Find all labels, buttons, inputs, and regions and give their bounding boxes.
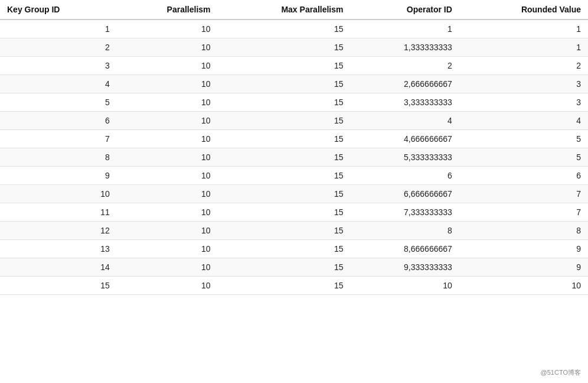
cell-operator_id: 8,666666667 xyxy=(350,240,459,258)
cell-rounded_value: 8 xyxy=(459,222,588,240)
table-row: 6101544 xyxy=(0,112,588,130)
cell-operator_id: 1,333333333 xyxy=(350,38,459,57)
col-header-operator-id: Operator ID xyxy=(350,0,459,20)
cell-rounded_value: 6 xyxy=(459,167,588,185)
table-row: 210151,3333333331 xyxy=(0,38,588,57)
cell-parallelism: 10 xyxy=(117,112,218,130)
cell-operator_id: 10 xyxy=(350,277,459,295)
cell-parallelism: 10 xyxy=(117,277,218,295)
cell-rounded_value: 4 xyxy=(459,112,588,130)
cell-key_group_id: 14 xyxy=(0,258,117,277)
cell-rounded_value: 5 xyxy=(459,130,588,148)
cell-rounded_value: 2 xyxy=(459,57,588,75)
cell-key_group_id: 2 xyxy=(0,38,117,57)
cell-operator_id: 7,333333333 xyxy=(350,203,459,222)
table-body: 1101511210151,33333333313101522410152,66… xyxy=(0,20,588,295)
cell-operator_id: 6,666666667 xyxy=(350,185,459,203)
cell-operator_id: 4,666666667 xyxy=(350,130,459,148)
cell-key_group_id: 11 xyxy=(0,203,117,222)
cell-parallelism: 10 xyxy=(117,130,218,148)
cell-key_group_id: 3 xyxy=(0,57,117,75)
cell-rounded_value: 1 xyxy=(459,20,588,38)
data-table: Key Group ID Parallelism Max Parallelism… xyxy=(0,0,588,295)
table-header-row: Key Group ID Parallelism Max Parallelism… xyxy=(0,0,588,20)
col-header-parallelism: Parallelism xyxy=(117,0,218,20)
cell-max_parallelism: 15 xyxy=(218,112,351,130)
cell-operator_id: 9,333333333 xyxy=(350,258,459,277)
cell-parallelism: 10 xyxy=(117,93,218,112)
cell-parallelism: 10 xyxy=(117,203,218,222)
cell-parallelism: 10 xyxy=(117,240,218,258)
cell-parallelism: 10 xyxy=(117,167,218,185)
cell-rounded_value: 1 xyxy=(459,38,588,57)
cell-parallelism: 10 xyxy=(117,38,218,57)
cell-key_group_id: 12 xyxy=(0,222,117,240)
cell-max_parallelism: 15 xyxy=(218,258,351,277)
table-row: 810155,3333333335 xyxy=(0,148,588,167)
cell-max_parallelism: 15 xyxy=(218,20,351,38)
cell-rounded_value: 5 xyxy=(459,148,588,167)
cell-key_group_id: 9 xyxy=(0,167,117,185)
cell-max_parallelism: 15 xyxy=(218,222,351,240)
cell-key_group_id: 15 xyxy=(0,277,117,295)
cell-key_group_id: 1 xyxy=(0,20,117,38)
cell-parallelism: 10 xyxy=(117,20,218,38)
cell-rounded_value: 9 xyxy=(459,258,588,277)
cell-max_parallelism: 15 xyxy=(218,148,351,167)
cell-rounded_value: 9 xyxy=(459,240,588,258)
cell-operator_id: 4 xyxy=(350,112,459,130)
cell-key_group_id: 5 xyxy=(0,93,117,112)
table-row: 12101588 xyxy=(0,222,588,240)
table-row: 1310158,6666666679 xyxy=(0,240,588,258)
cell-max_parallelism: 15 xyxy=(218,167,351,185)
cell-max_parallelism: 15 xyxy=(218,75,351,93)
table-row: 3101522 xyxy=(0,57,588,75)
cell-key_group_id: 7 xyxy=(0,130,117,148)
cell-max_parallelism: 15 xyxy=(218,57,351,75)
table-row: 1010156,6666666677 xyxy=(0,185,588,203)
cell-max_parallelism: 15 xyxy=(218,277,351,295)
cell-parallelism: 10 xyxy=(117,148,218,167)
cell-operator_id: 2 xyxy=(350,57,459,75)
table-row: 1101511 xyxy=(0,20,588,38)
cell-max_parallelism: 15 xyxy=(218,185,351,203)
cell-max_parallelism: 15 xyxy=(218,240,351,258)
cell-rounded_value: 7 xyxy=(459,203,588,222)
cell-key_group_id: 8 xyxy=(0,148,117,167)
cell-max_parallelism: 15 xyxy=(218,203,351,222)
cell-rounded_value: 3 xyxy=(459,93,588,112)
col-header-key-group-id: Key Group ID xyxy=(0,0,117,20)
cell-operator_id: 2,666666667 xyxy=(350,75,459,93)
cell-max_parallelism: 15 xyxy=(218,93,351,112)
cell-operator_id: 5,333333333 xyxy=(350,148,459,167)
table-row: 1410159,3333333339 xyxy=(0,258,588,277)
cell-key_group_id: 13 xyxy=(0,240,117,258)
cell-rounded_value: 3 xyxy=(459,75,588,93)
cell-key_group_id: 6 xyxy=(0,112,117,130)
cell-key_group_id: 4 xyxy=(0,75,117,93)
cell-parallelism: 10 xyxy=(117,185,218,203)
watermark: @51CTO博客 xyxy=(538,367,583,378)
cell-parallelism: 10 xyxy=(117,75,218,93)
cell-key_group_id: 10 xyxy=(0,185,117,203)
table-row: 1510151010 xyxy=(0,277,588,295)
table-row: 9101566 xyxy=(0,167,588,185)
cell-max_parallelism: 15 xyxy=(218,38,351,57)
cell-operator_id: 8 xyxy=(350,222,459,240)
cell-rounded_value: 7 xyxy=(459,185,588,203)
cell-parallelism: 10 xyxy=(117,258,218,277)
table-row: 510153,3333333333 xyxy=(0,93,588,112)
cell-max_parallelism: 15 xyxy=(218,130,351,148)
cell-operator_id: 3,333333333 xyxy=(350,93,459,112)
col-header-max-parallelism: Max Parallelism xyxy=(218,0,351,20)
table-row: 1110157,3333333337 xyxy=(0,203,588,222)
table-row: 710154,6666666675 xyxy=(0,130,588,148)
cell-operator_id: 6 xyxy=(350,167,459,185)
cell-parallelism: 10 xyxy=(117,57,218,75)
table-row: 410152,6666666673 xyxy=(0,75,588,93)
cell-rounded_value: 10 xyxy=(459,277,588,295)
cell-operator_id: 1 xyxy=(350,20,459,38)
col-header-rounded-value: Rounded Value xyxy=(459,0,588,20)
cell-parallelism: 10 xyxy=(117,222,218,240)
